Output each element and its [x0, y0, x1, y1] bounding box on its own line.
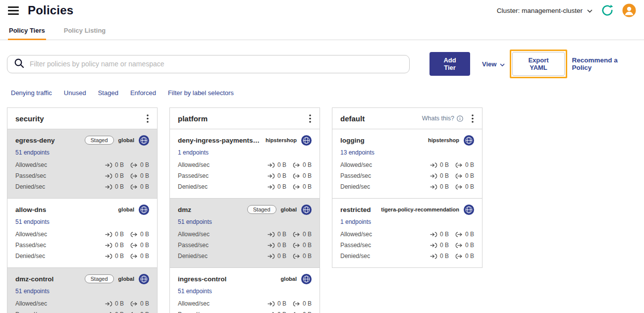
- metric-label: Passed/sec: [340, 172, 371, 179]
- tier-help-text: Whats this?: [422, 115, 454, 122]
- policy-card[interactable]: dmzStagedglobal51 endpointsAllowed/sec0 …: [170, 199, 320, 268]
- metric-row: Allowed/sec0 B0 B: [340, 159, 474, 170]
- ingress-metric: 0 B: [105, 183, 124, 190]
- policy-card[interactable]: restrictedtigera-policy-recommendation1 …: [332, 199, 482, 267]
- egress-icon: [455, 173, 463, 179]
- metric-row: Passed/sec0 B0 B: [15, 309, 149, 313]
- tier-menu-button[interactable]: [145, 113, 150, 124]
- endpoints-link[interactable]: 51 endpoints: [15, 218, 50, 225]
- egress-metric: 0 B: [293, 172, 312, 179]
- metric-label: Denied/sec: [340, 253, 370, 260]
- policy-name: restricted: [340, 206, 371, 213]
- egress-icon: [130, 243, 138, 248]
- metric-row: Denied/sec0 B0 B: [178, 251, 312, 261]
- filter-staged[interactable]: Staged: [98, 89, 118, 97]
- egress-value: 0 B: [140, 253, 149, 260]
- policy-card[interactable]: egress-denyStagedglobal51 endpointsAllow…: [7, 129, 157, 199]
- policy-card[interactable]: allow-dnsglobal51 endpointsAllowed/sec0 …: [7, 199, 157, 268]
- policy-scope-label: tigera-policy-recommendation: [381, 207, 459, 212]
- recommend-policy-link[interactable]: Recommend a Policy: [572, 56, 637, 71]
- egress-value: 0 B: [140, 231, 149, 238]
- policy-card[interactable]: ingress-controlglobal51 endpointsAllowed…: [170, 268, 320, 313]
- filter-enforced[interactable]: Enforced: [130, 89, 156, 97]
- globe-icon: [301, 274, 312, 284]
- tier-column-default: defaultWhats this?logginghipstershop13 e…: [332, 107, 483, 268]
- policy-scope-label: global: [281, 276, 297, 282]
- egress-icon: [293, 184, 300, 190]
- policy-card[interactable]: dmz-controlStagedglobal51 endpointsAllow…: [7, 268, 157, 313]
- metric-values: 0 B0 B: [268, 183, 312, 190]
- ingress-icon: [430, 243, 437, 248]
- policy-meta: tigera-policy-recommendation: [381, 205, 474, 215]
- tier-name: platform: [178, 114, 308, 123]
- page-title: Policies: [28, 3, 73, 17]
- metric-values: 0 B0 B: [105, 161, 149, 168]
- cluster-selector[interactable]: Cluster: management-cluster: [497, 7, 592, 14]
- policy-top-row: dmzStagedglobal: [178, 204, 312, 215]
- export-yaml-button[interactable]: Export YAML: [512, 52, 564, 76]
- ingress-icon: [430, 254, 437, 259]
- ingress-icon: [430, 184, 437, 190]
- ingress-value: 0 B: [277, 253, 286, 260]
- ingress-metric: 0 B: [268, 242, 286, 249]
- endpoints-link[interactable]: 51 endpoints: [15, 288, 50, 295]
- filter-unused[interactable]: Unused: [64, 89, 86, 97]
- metric-label: Allowed/sec: [178, 300, 210, 307]
- metric-label: Passed/sec: [178, 172, 209, 179]
- tab-policy-listing[interactable]: Policy Listing: [63, 21, 107, 40]
- search-input[interactable]: [30, 60, 403, 68]
- tier-menu-button[interactable]: [308, 113, 313, 124]
- metric-row: Denied/sec0 B0 B: [15, 251, 149, 261]
- egress-icon: [455, 254, 463, 259]
- ingress-metric: 0 B: [268, 311, 286, 313]
- metric-row: Denied/sec0 B0 B: [178, 181, 312, 192]
- metric-label: Allowed/sec: [340, 161, 372, 168]
- metric-values: 0 B0 B: [430, 172, 474, 179]
- ingress-icon: [268, 232, 275, 237]
- tier-help-link[interactable]: Whats this?: [422, 115, 463, 122]
- tier-menu-button[interactable]: [470, 113, 475, 124]
- endpoints-link[interactable]: 51 endpoints: [178, 288, 212, 295]
- egress-metric: 0 B: [130, 161, 149, 168]
- egress-icon: [455, 184, 463, 190]
- add-tier-button[interactable]: Add Tier: [429, 52, 470, 76]
- ingress-value: 0 B: [277, 311, 286, 313]
- metric-label: Denied/sec: [15, 183, 45, 190]
- endpoints-link[interactable]: 51 endpoints: [15, 149, 50, 156]
- metric-row: Denied/sec0 B0 B: [340, 251, 474, 261]
- filter-denying-traffic[interactable]: Denying traffic: [11, 89, 52, 97]
- egress-value: 0 B: [465, 231, 474, 238]
- endpoints-link[interactable]: 1 endpoints: [340, 218, 371, 225]
- time-machine-icon[interactable]: [600, 3, 614, 17]
- egress-value: 0 B: [140, 183, 149, 190]
- policy-top-row: logginghipstershop: [340, 134, 474, 146]
- tab-policy-tiers[interactable]: Policy Tiers: [8, 21, 46, 40]
- filter-by-label-selectors[interactable]: Filter by label selectors: [168, 89, 234, 97]
- globe-icon: [139, 135, 149, 146]
- egress-value: 0 B: [303, 231, 312, 238]
- hamburger-menu-icon[interactable]: [8, 6, 19, 15]
- egress-value: 0 B: [465, 161, 474, 168]
- metric-label: Allowed/sec: [178, 231, 210, 238]
- view-dropdown[interactable]: View: [482, 60, 505, 68]
- endpoints-link[interactable]: 51 endpoints: [178, 218, 212, 225]
- ingress-metric: 0 B: [430, 172, 449, 179]
- endpoints-link[interactable]: 1 endpoints: [178, 149, 209, 156]
- ingress-value: 0 B: [115, 311, 124, 313]
- policy-card[interactable]: logginghipstershop13 endpointsAllowed/se…: [332, 129, 482, 199]
- ingress-icon: [430, 232, 437, 237]
- endpoints-link[interactable]: 13 endpoints: [340, 149, 375, 156]
- egress-icon: [130, 184, 138, 190]
- policy-card[interactable]: deny-ingress-paymentservi...hipstershop1…: [170, 129, 320, 199]
- policy-name: deny-ingress-paymentservi...: [178, 137, 262, 144]
- user-avatar[interactable]: [622, 3, 636, 17]
- metric-row: Allowed/sec0 B0 B: [15, 298, 149, 309]
- policy-name: dmz: [178, 206, 191, 213]
- metric-values: 0 B0 B: [105, 311, 149, 313]
- metric-row: Passed/sec0 B0 B: [178, 170, 312, 181]
- tier-column-security: securityegress-denyStagedglobal51 endpoi…: [7, 107, 158, 313]
- ingress-metric: 0 B: [430, 183, 449, 190]
- tab-bar: Policy Tiers Policy Listing: [0, 21, 644, 40]
- ingress-value: 0 B: [440, 242, 449, 249]
- policy-filter-searchbox[interactable]: [7, 55, 410, 73]
